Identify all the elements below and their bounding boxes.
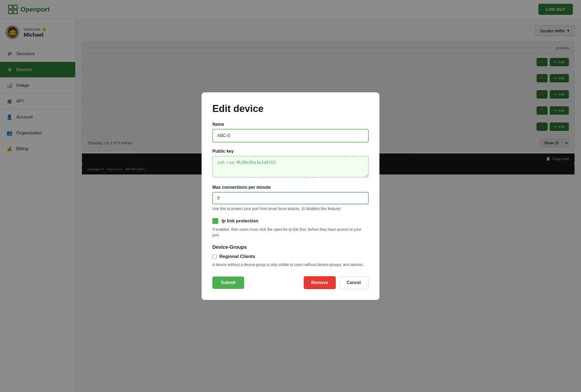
max-conn-input[interactable] <box>212 192 369 204</box>
name-field-group: Name <box>212 122 369 142</box>
edit-device-modal: Edit device Name Public key Max connecti… <box>202 92 379 300</box>
max-conn-label: Max connections per minute <box>212 185 369 190</box>
modal-title: Edit device <box>212 103 369 114</box>
device-groups-section: Device-Groups Regional Clients A device … <box>212 244 369 268</box>
name-label: Name <box>212 122 369 127</box>
regional-clients-row: Regional Clients <box>212 254 369 259</box>
device-groups-title: Device-Groups <box>212 244 369 250</box>
modal-actions: Submit Remove Cancel <box>212 276 369 289</box>
submit-button[interactable]: Submit <box>212 276 244 289</box>
remove-button[interactable]: Remove <box>304 276 336 289</box>
ip-link-hint: If enabled, then users must click the op… <box>212 227 369 238</box>
name-input[interactable] <box>212 129 369 142</box>
public-key-field-group: Public key <box>212 149 369 178</box>
device-group-hint: A device without a device-group is only … <box>212 262 369 268</box>
ip-link-toggle-row: Ip link protection <box>212 218 369 224</box>
max-conn-hint: Use this to protect your port from brute… <box>212 206 369 212</box>
modal-overlay[interactable]: Edit device Name Public key Max connecti… <box>0 0 581 392</box>
public-key-label: Public key <box>212 149 369 154</box>
ip-link-toggle[interactable] <box>212 218 218 224</box>
cancel-button[interactable]: Cancel <box>339 276 369 289</box>
modal-right-buttons: Remove Cancel <box>304 276 369 289</box>
public-key-input[interactable] <box>212 156 369 177</box>
max-conn-field-group: Max connections per minute Use this to p… <box>212 185 369 212</box>
ip-link-group: Ip link protection If enabled, then user… <box>212 218 369 238</box>
regional-clients-label: Regional Clients <box>219 254 255 259</box>
ip-link-label: Ip link protection <box>222 218 258 224</box>
regional-clients-checkbox[interactable] <box>212 254 217 259</box>
